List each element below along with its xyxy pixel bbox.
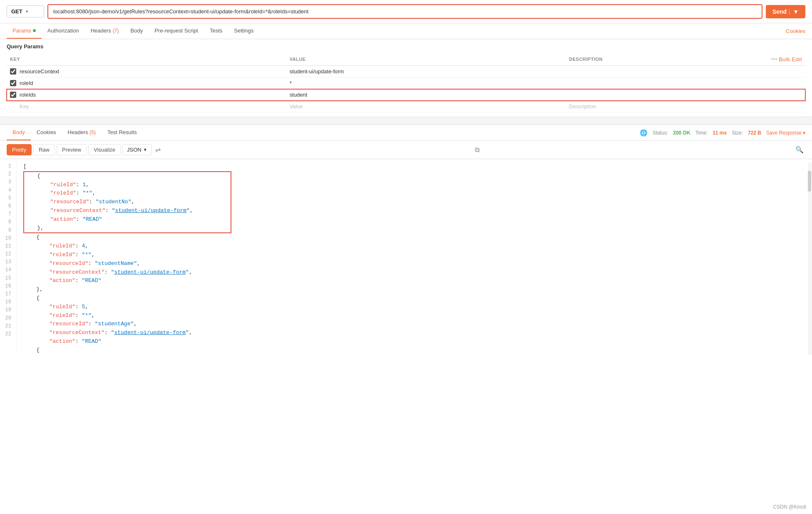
- section-divider: [0, 117, 812, 125]
- tab-headers[interactable]: Headers (7): [85, 23, 125, 39]
- code-line-17: "ruleId": 5,: [23, 303, 801, 312]
- response-time: 11 ms: [713, 130, 727, 136]
- param-value-cell-2: *: [286, 77, 566, 89]
- url-input[interactable]: [48, 5, 762, 18]
- code-line-12: "resourceId": "studentName",: [23, 259, 801, 268]
- response-tab-cookies[interactable]: Cookies: [31, 125, 62, 140]
- format-preview-button[interactable]: Preview: [57, 144, 87, 155]
- code-line-7: "action": "READ": [24, 215, 231, 224]
- param-row-3: roleIds student: [7, 89, 805, 101]
- code-line-14: "action": "READ": [23, 277, 801, 285]
- param-key-placeholder[interactable]: Key: [20, 103, 29, 110]
- query-params-section: Query Params KEY VALUE DESCRIPTION ··· B…: [0, 39, 812, 112]
- col-header-key: KEY: [7, 53, 286, 66]
- method-dropdown[interactable]: GET ▼: [7, 5, 44, 17]
- copy-button[interactable]: ⧉: [473, 145, 481, 155]
- bulk-edit-button[interactable]: Bulk Edit: [779, 56, 802, 62]
- request-tabs: Params Authorization Headers (7) Body Pr…: [0, 23, 812, 39]
- param-actions-new: [765, 101, 805, 112]
- code-line-19: "resourceId": "studentAge",: [23, 320, 801, 329]
- line-numbers: 1 2 3 4 5 6 7 8 9 10 11 12 13 14 15 16 1…: [0, 162, 17, 355]
- tab-authorization-label: Authorization: [47, 27, 79, 34]
- format-chevron-icon: ▼: [143, 147, 147, 152]
- param-actions-2: [765, 77, 805, 89]
- response-tab-test-results[interactable]: Test Results: [102, 125, 143, 140]
- param-key-cell-1: resourceContext: [7, 66, 286, 77]
- code-line-4: "roleId": "*",: [24, 189, 231, 198]
- tab-params-label: Params: [12, 27, 31, 34]
- status-label: Status:: [653, 130, 668, 136]
- scrollbar-thumb: [808, 171, 811, 192]
- code-line-6: "resourceContext": "student-ui/update-fo…: [24, 207, 231, 215]
- col-header-desc: DESCRIPTION: [566, 53, 765, 66]
- response-tab-cookies-label: Cookies: [37, 129, 56, 135]
- tab-headers-label: Headers: [91, 27, 111, 34]
- response-tabs-bar: Body Cookies Headers (5) Test Results 🌐 …: [0, 125, 812, 141]
- param-key-3[interactable]: roleIds: [20, 92, 36, 98]
- param-key-new: Key: [7, 101, 286, 112]
- tab-params[interactable]: Params: [7, 23, 42, 39]
- param-key-cell-3: roleIds: [7, 89, 286, 101]
- headers-badge: (7): [113, 28, 119, 34]
- cookies-link[interactable]: Cookies: [786, 28, 805, 34]
- response-meta: 🌐 Status: 200 OK Time: 11 ms Size: 722 B…: [640, 129, 805, 137]
- search-button[interactable]: 🔍: [794, 144, 805, 155]
- code-line-10: "ruleId": 4,: [23, 242, 801, 251]
- response-size: 722 B: [748, 130, 761, 136]
- tab-authorization[interactable]: Authorization: [42, 23, 85, 39]
- code-line-9: {: [23, 233, 801, 242]
- param-desc-cell-2: [566, 77, 765, 89]
- tab-tests-label: Tests: [210, 27, 222, 34]
- param-checkbox-3[interactable]: [10, 92, 16, 98]
- query-params-title: Query Params: [7, 43, 805, 50]
- param-checkbox-1[interactable]: [10, 68, 16, 75]
- filter-icon[interactable]: ⇌: [155, 146, 161, 154]
- param-value-new: Value: [286, 101, 566, 112]
- save-response-button[interactable]: Save Response ▾: [766, 130, 805, 136]
- more-options-icon[interactable]: ···: [771, 55, 777, 62]
- param-value-3[interactable]: student: [290, 92, 308, 98]
- response-headers-badge: (5): [89, 130, 96, 135]
- param-checkbox-2[interactable]: [10, 80, 16, 86]
- globe-icon: 🌐: [640, 129, 648, 137]
- url-input-container: [47, 4, 762, 19]
- code-line-3: "ruleId": 1,: [24, 181, 231, 190]
- param-key-cell-2: roleId: [7, 77, 286, 89]
- param-desc-new: Description: [566, 101, 765, 112]
- tab-pre-request-label: Pre-request Script: [154, 27, 198, 34]
- param-row-1: resourceContext student-ui/update-form: [7, 66, 805, 77]
- format-bar: Pretty Raw Preview Visualize JSON ▼ ⇌ ⧉ …: [0, 141, 812, 159]
- send-button[interactable]: Send ▼: [766, 5, 805, 18]
- param-key-2[interactable]: roleId: [20, 80, 33, 86]
- response-tab-body-label: Body: [12, 129, 25, 135]
- code-line-13: "resourceContext": "student-ui/update-fo…: [23, 268, 801, 277]
- param-desc-cell-1: [566, 66, 765, 77]
- code-line-18: "roleId": "*",: [23, 312, 801, 320]
- response-tab-body[interactable]: Body: [7, 125, 31, 140]
- param-value-2[interactable]: *: [290, 80, 292, 86]
- code-line-1: [: [23, 162, 801, 171]
- response-section: Body Cookies Headers (5) Test Results 🌐 …: [0, 125, 812, 358]
- param-key-1[interactable]: resourceContext: [20, 68, 59, 75]
- code-line-11: "roleId": "*",: [23, 251, 801, 259]
- format-type-dropdown[interactable]: JSON ▼: [122, 144, 152, 155]
- tab-tests[interactable]: Tests: [204, 23, 228, 39]
- send-chevron-icon: ▼: [789, 8, 799, 15]
- format-pretty-button[interactable]: Pretty: [7, 144, 32, 155]
- param-value-placeholder[interactable]: Value: [290, 103, 303, 110]
- code-line-5: "resourceId": "studentNo",: [24, 198, 231, 207]
- param-value-1[interactable]: student-ui/update-form: [290, 68, 344, 75]
- tab-pre-request-script[interactable]: Pre-request Script: [149, 23, 204, 39]
- tab-body[interactable]: Body: [125, 23, 149, 39]
- response-tab-headers-label: Headers: [68, 129, 90, 135]
- param-value-cell-3: student: [286, 89, 566, 101]
- vertical-scrollbar[interactable]: [808, 162, 812, 355]
- tab-settings[interactable]: Settings: [228, 23, 259, 39]
- response-tab-headers[interactable]: Headers (5): [62, 125, 102, 140]
- param-value-cell-1: student-ui/update-form: [286, 66, 566, 77]
- size-label: Size:: [732, 130, 743, 136]
- format-raw-button[interactable]: Raw: [33, 144, 55, 155]
- method-chevron-icon: ▼: [25, 9, 29, 14]
- format-visualize-button[interactable]: Visualize: [88, 144, 121, 155]
- code-line-8: },: [24, 224, 231, 233]
